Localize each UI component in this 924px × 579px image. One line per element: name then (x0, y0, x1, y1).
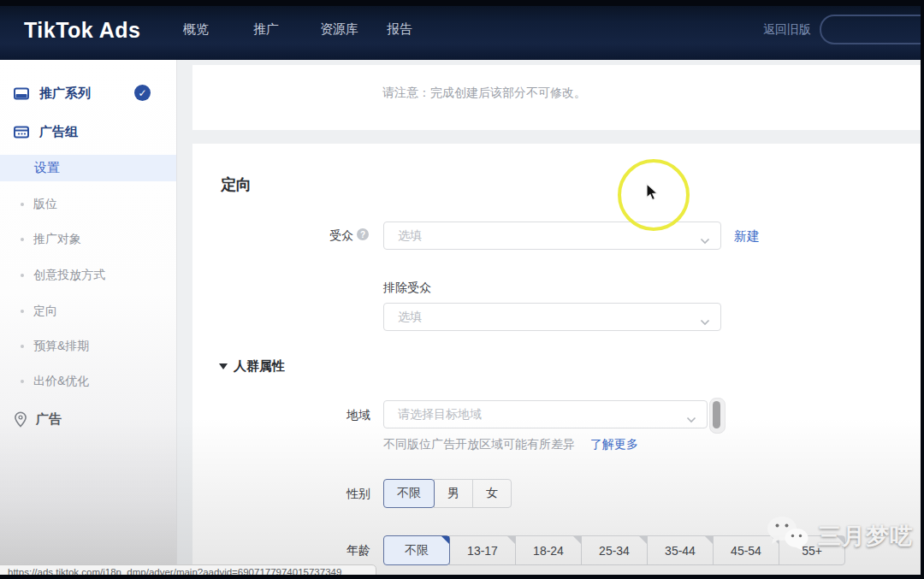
audience-placeholder: 选填 (398, 228, 422, 244)
sidebar-item-adgroup[interactable]: 广告组 (0, 119, 176, 145)
age-option-45-54[interactable]: 45-54 (713, 535, 779, 565)
age-option-unlimited[interactable]: 不限 (383, 535, 450, 565)
age-option-18-24[interactable]: 18-24 (515, 535, 582, 565)
gender-option-unlimited[interactable]: 不限 (383, 479, 435, 508)
nav-tab-assets[interactable]: 资源库 (320, 21, 358, 38)
adgroup-icon (14, 125, 29, 139)
age-option-25-34[interactable]: 25-34 (581, 535, 648, 565)
sidebar-item-label: 版位 (33, 197, 57, 212)
demographics-collapse-header[interactable]: 人群属性 (219, 358, 285, 375)
corner-mark-icon (639, 536, 647, 544)
age-option-label: 55+ (802, 544, 822, 558)
age-option-label: 25-34 (599, 544, 630, 558)
section-title: 定向 (221, 174, 252, 195)
gender-button-group: 不限 男 女 (383, 479, 512, 508)
tiktok-ads-app: TikTok Ads 概览 推广 资源库 报告 返回旧版 推广系列 ✓ (0, 0, 924, 579)
corner-mark-icon (573, 536, 581, 544)
corner-mark-icon (705, 536, 713, 544)
exclude-audience-select[interactable]: 选填 (383, 303, 721, 331)
sidebar-item-label: 定向 (33, 304, 57, 319)
bullet-dot-icon (21, 203, 24, 206)
targeting-form-card: 定向 受众 ? 选填 新建 排除受众 选填 人群属性 (192, 144, 924, 579)
location-label: 地域 (346, 408, 370, 423)
sidebar-item-label: 出价&优化 (33, 374, 89, 389)
video-right-border (921, 0, 924, 579)
location-helper-text: 不同版位广告开放区域可能有所差异 (383, 437, 575, 452)
sidebar-item-label: 设置 (34, 160, 60, 176)
selected-corner-icon (441, 536, 449, 544)
back-to-old-version-link[interactable]: 返回旧版 (763, 22, 811, 38)
nav-tab-overview[interactable]: 概览 (183, 21, 209, 38)
sidebar-item-promotion-object[interactable]: 推广对象 (0, 228, 176, 251)
sidebar-item-label: 预算&排期 (33, 339, 89, 354)
gender-option-female[interactable]: 女 (472, 479, 512, 508)
check-circle-icon: ✓ (134, 85, 151, 101)
age-option-label: 不限 (405, 543, 429, 558)
sidebar-item-budget-schedule[interactable]: 预算&排期 (0, 335, 176, 357)
help-icon[interactable]: ? (357, 228, 369, 240)
nav-tab-report[interactable]: 报告 (387, 21, 412, 38)
age-option-label: 13-17 (467, 544, 498, 558)
bullet-dot-icon (21, 380, 24, 383)
sidebar-item-label: 广告 (36, 411, 62, 428)
main-content: 请注意：完成创建后该部分不可修改。 定向 受众 ? 选填 新建 排除受众 选填 (177, 60, 924, 579)
age-option-55plus[interactable]: 55+ (779, 535, 845, 565)
sidebar-item-placement[interactable]: 版位 (0, 193, 176, 216)
bullet-dot-icon (21, 310, 24, 313)
exclude-audience-placeholder: 选填 (398, 310, 422, 325)
bullet-dot-icon (21, 345, 24, 348)
tiktok-ads-logo: TikTok Ads (24, 18, 141, 43)
sidebar-item-targeting[interactable]: 定向 (0, 300, 176, 322)
age-option-13-17[interactable]: 13-17 (449, 535, 516, 565)
sidebar-item-ad[interactable]: 广告 (0, 407, 176, 431)
age-option-35-44[interactable]: 35-44 (647, 535, 714, 565)
sidebar-item-settings[interactable]: 设置 (0, 155, 176, 181)
location-select[interactable]: 请选择目标地域 (383, 400, 708, 428)
sidebar-item-label: 创意投放方式 (33, 268, 105, 283)
gender-label: 性别 (346, 487, 370, 502)
search-pill[interactable] (820, 15, 924, 44)
age-option-label: 45-54 (731, 544, 761, 558)
sidebar-item-creative-delivery[interactable]: 创意投放方式 (0, 264, 176, 287)
scrollbar-track[interactable] (709, 398, 726, 434)
video-top-border (0, 0, 924, 6)
corner-mark-icon (507, 536, 515, 544)
exclude-audience-label: 排除受众 (383, 281, 431, 296)
notice-card: 请注意：完成创建后该部分不可修改。 (192, 65, 924, 130)
chevron-down-icon (700, 233, 710, 248)
top-navigation-bar: TikTok Ads 概览 推广 资源库 报告 返回旧版 (0, 6, 924, 60)
scrollbar-thumb[interactable] (713, 401, 720, 428)
learn-more-link[interactable]: 了解更多 (590, 437, 638, 452)
gender-option-male[interactable]: 男 (434, 479, 473, 508)
sidebar-item-label: 推广对象 (33, 232, 81, 247)
chevron-down-icon (700, 314, 710, 329)
audience-select[interactable]: 选填 (383, 222, 721, 250)
bullet-dot-icon (21, 238, 24, 241)
age-label: 年龄 (346, 543, 370, 558)
ad-pin-icon (14, 411, 27, 428)
chevron-down-icon (686, 411, 696, 427)
campaign-icon (14, 87, 29, 100)
demographics-title: 人群属性 (234, 358, 285, 375)
location-placeholder: 请选择目标地域 (398, 407, 482, 422)
corner-mark-icon (837, 536, 844, 544)
age-option-label: 18-24 (533, 544, 564, 558)
sidebar-item-label: 广告组 (39, 124, 78, 140)
bullet-dot-icon (21, 274, 24, 277)
notice-text: 请注意：完成创建后该部分不可修改。 (382, 86, 586, 101)
caret-down-icon (219, 363, 228, 369)
nav-tab-promotion[interactable]: 推广 (253, 21, 279, 38)
video-bottom-border (0, 575, 924, 579)
age-option-label: 35-44 (665, 544, 696, 558)
audience-label: 受众 (329, 228, 353, 244)
corner-mark-icon (771, 536, 779, 544)
age-button-group: 不限 13-17 18-24 25-34 35-44 (383, 535, 845, 565)
step-sidebar: 推广系列 ✓ 广告组 设置 版位 推广对象 (0, 60, 177, 579)
new-audience-button[interactable]: 新建 (734, 228, 760, 245)
sidebar-item-label: 推广系列 (39, 86, 91, 102)
sidebar-item-bid-optimization[interactable]: 出价&优化 (0, 370, 176, 393)
